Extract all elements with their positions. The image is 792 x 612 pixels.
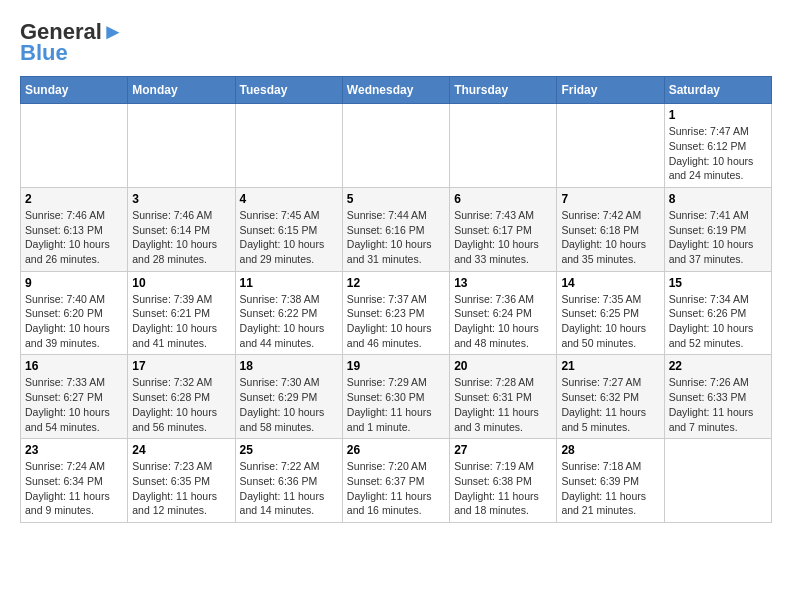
calendar-cell: 15Sunrise: 7:34 AM Sunset: 6:26 PM Dayli… (664, 271, 771, 355)
calendar-week-5: 23Sunrise: 7:24 AM Sunset: 6:34 PM Dayli… (21, 439, 772, 523)
day-number: 1 (669, 108, 767, 122)
calendar-cell: 9Sunrise: 7:40 AM Sunset: 6:20 PM Daylig… (21, 271, 128, 355)
day-info: Sunrise: 7:42 AM Sunset: 6:18 PM Dayligh… (561, 208, 659, 267)
day-info: Sunrise: 7:40 AM Sunset: 6:20 PM Dayligh… (25, 292, 123, 351)
calendar-cell: 26Sunrise: 7:20 AM Sunset: 6:37 PM Dayli… (342, 439, 449, 523)
calendar-cell (664, 439, 771, 523)
day-number: 8 (669, 192, 767, 206)
calendar-cell: 5Sunrise: 7:44 AM Sunset: 6:16 PM Daylig… (342, 187, 449, 271)
calendar-cell (128, 104, 235, 188)
day-number: 21 (561, 359, 659, 373)
calendar-cell: 14Sunrise: 7:35 AM Sunset: 6:25 PM Dayli… (557, 271, 664, 355)
day-info: Sunrise: 7:28 AM Sunset: 6:31 PM Dayligh… (454, 375, 552, 434)
day-number: 16 (25, 359, 123, 373)
day-number: 9 (25, 276, 123, 290)
day-info: Sunrise: 7:46 AM Sunset: 6:14 PM Dayligh… (132, 208, 230, 267)
calendar-week-1: 1Sunrise: 7:47 AM Sunset: 6:12 PM Daylig… (21, 104, 772, 188)
calendar-cell: 16Sunrise: 7:33 AM Sunset: 6:27 PM Dayli… (21, 355, 128, 439)
calendar-cell: 11Sunrise: 7:38 AM Sunset: 6:22 PM Dayli… (235, 271, 342, 355)
day-number: 20 (454, 359, 552, 373)
weekday-header-wednesday: Wednesday (342, 77, 449, 104)
day-info: Sunrise: 7:33 AM Sunset: 6:27 PM Dayligh… (25, 375, 123, 434)
day-info: Sunrise: 7:36 AM Sunset: 6:24 PM Dayligh… (454, 292, 552, 351)
day-number: 22 (669, 359, 767, 373)
calendar-cell: 7Sunrise: 7:42 AM Sunset: 6:18 PM Daylig… (557, 187, 664, 271)
calendar-cell: 8Sunrise: 7:41 AM Sunset: 6:19 PM Daylig… (664, 187, 771, 271)
calendar-cell: 13Sunrise: 7:36 AM Sunset: 6:24 PM Dayli… (450, 271, 557, 355)
calendar-cell: 20Sunrise: 7:28 AM Sunset: 6:31 PM Dayli… (450, 355, 557, 439)
day-info: Sunrise: 7:35 AM Sunset: 6:25 PM Dayligh… (561, 292, 659, 351)
calendar-cell: 1Sunrise: 7:47 AM Sunset: 6:12 PM Daylig… (664, 104, 771, 188)
day-info: Sunrise: 7:45 AM Sunset: 6:15 PM Dayligh… (240, 208, 338, 267)
day-number: 15 (669, 276, 767, 290)
calendar-week-2: 2Sunrise: 7:46 AM Sunset: 6:13 PM Daylig… (21, 187, 772, 271)
weekday-header-monday: Monday (128, 77, 235, 104)
calendar-cell: 19Sunrise: 7:29 AM Sunset: 6:30 PM Dayli… (342, 355, 449, 439)
calendar-cell (450, 104, 557, 188)
weekday-header-saturday: Saturday (664, 77, 771, 104)
calendar-week-3: 9Sunrise: 7:40 AM Sunset: 6:20 PM Daylig… (21, 271, 772, 355)
calendar-cell: 6Sunrise: 7:43 AM Sunset: 6:17 PM Daylig… (450, 187, 557, 271)
day-info: Sunrise: 7:19 AM Sunset: 6:38 PM Dayligh… (454, 459, 552, 518)
weekday-header-friday: Friday (557, 77, 664, 104)
day-number: 13 (454, 276, 552, 290)
calendar-header-row: SundayMondayTuesdayWednesdayThursdayFrid… (21, 77, 772, 104)
calendar-cell: 10Sunrise: 7:39 AM Sunset: 6:21 PM Dayli… (128, 271, 235, 355)
day-number: 2 (25, 192, 123, 206)
day-number: 24 (132, 443, 230, 457)
calendar-cell: 4Sunrise: 7:45 AM Sunset: 6:15 PM Daylig… (235, 187, 342, 271)
calendar-cell: 27Sunrise: 7:19 AM Sunset: 6:38 PM Dayli… (450, 439, 557, 523)
calendar-cell (342, 104, 449, 188)
calendar-cell (235, 104, 342, 188)
calendar-cell: 28Sunrise: 7:18 AM Sunset: 6:39 PM Dayli… (557, 439, 664, 523)
day-number: 19 (347, 359, 445, 373)
calendar-cell: 25Sunrise: 7:22 AM Sunset: 6:36 PM Dayli… (235, 439, 342, 523)
calendar-cell (21, 104, 128, 188)
day-number: 12 (347, 276, 445, 290)
day-info: Sunrise: 7:39 AM Sunset: 6:21 PM Dayligh… (132, 292, 230, 351)
calendar-cell (557, 104, 664, 188)
day-info: Sunrise: 7:37 AM Sunset: 6:23 PM Dayligh… (347, 292, 445, 351)
weekday-header-thursday: Thursday (450, 77, 557, 104)
calendar-cell: 18Sunrise: 7:30 AM Sunset: 6:29 PM Dayli… (235, 355, 342, 439)
calendar-cell: 21Sunrise: 7:27 AM Sunset: 6:32 PM Dayli… (557, 355, 664, 439)
header: General► Blue (20, 20, 772, 66)
day-info: Sunrise: 7:24 AM Sunset: 6:34 PM Dayligh… (25, 459, 123, 518)
calendar-cell: 2Sunrise: 7:46 AM Sunset: 6:13 PM Daylig… (21, 187, 128, 271)
calendar-cell: 3Sunrise: 7:46 AM Sunset: 6:14 PM Daylig… (128, 187, 235, 271)
day-number: 11 (240, 276, 338, 290)
calendar-cell: 24Sunrise: 7:23 AM Sunset: 6:35 PM Dayli… (128, 439, 235, 523)
day-info: Sunrise: 7:41 AM Sunset: 6:19 PM Dayligh… (669, 208, 767, 267)
day-info: Sunrise: 7:26 AM Sunset: 6:33 PM Dayligh… (669, 375, 767, 434)
day-info: Sunrise: 7:22 AM Sunset: 6:36 PM Dayligh… (240, 459, 338, 518)
day-info: Sunrise: 7:34 AM Sunset: 6:26 PM Dayligh… (669, 292, 767, 351)
day-number: 26 (347, 443, 445, 457)
logo: General► Blue (20, 20, 124, 66)
logo-blue: Blue (20, 40, 68, 66)
day-number: 5 (347, 192, 445, 206)
day-info: Sunrise: 7:18 AM Sunset: 6:39 PM Dayligh… (561, 459, 659, 518)
calendar-cell: 23Sunrise: 7:24 AM Sunset: 6:34 PM Dayli… (21, 439, 128, 523)
day-number: 14 (561, 276, 659, 290)
day-info: Sunrise: 7:43 AM Sunset: 6:17 PM Dayligh… (454, 208, 552, 267)
day-number: 7 (561, 192, 659, 206)
day-info: Sunrise: 7:30 AM Sunset: 6:29 PM Dayligh… (240, 375, 338, 434)
day-info: Sunrise: 7:47 AM Sunset: 6:12 PM Dayligh… (669, 124, 767, 183)
calendar-cell: 12Sunrise: 7:37 AM Sunset: 6:23 PM Dayli… (342, 271, 449, 355)
day-number: 17 (132, 359, 230, 373)
day-info: Sunrise: 7:32 AM Sunset: 6:28 PM Dayligh… (132, 375, 230, 434)
day-number: 28 (561, 443, 659, 457)
weekday-header-sunday: Sunday (21, 77, 128, 104)
day-info: Sunrise: 7:44 AM Sunset: 6:16 PM Dayligh… (347, 208, 445, 267)
day-number: 4 (240, 192, 338, 206)
day-info: Sunrise: 7:27 AM Sunset: 6:32 PM Dayligh… (561, 375, 659, 434)
calendar-week-4: 16Sunrise: 7:33 AM Sunset: 6:27 PM Dayli… (21, 355, 772, 439)
day-info: Sunrise: 7:23 AM Sunset: 6:35 PM Dayligh… (132, 459, 230, 518)
day-number: 18 (240, 359, 338, 373)
day-number: 10 (132, 276, 230, 290)
day-info: Sunrise: 7:20 AM Sunset: 6:37 PM Dayligh… (347, 459, 445, 518)
calendar-cell: 22Sunrise: 7:26 AM Sunset: 6:33 PM Dayli… (664, 355, 771, 439)
day-number: 3 (132, 192, 230, 206)
weekday-header-tuesday: Tuesday (235, 77, 342, 104)
day-info: Sunrise: 7:38 AM Sunset: 6:22 PM Dayligh… (240, 292, 338, 351)
